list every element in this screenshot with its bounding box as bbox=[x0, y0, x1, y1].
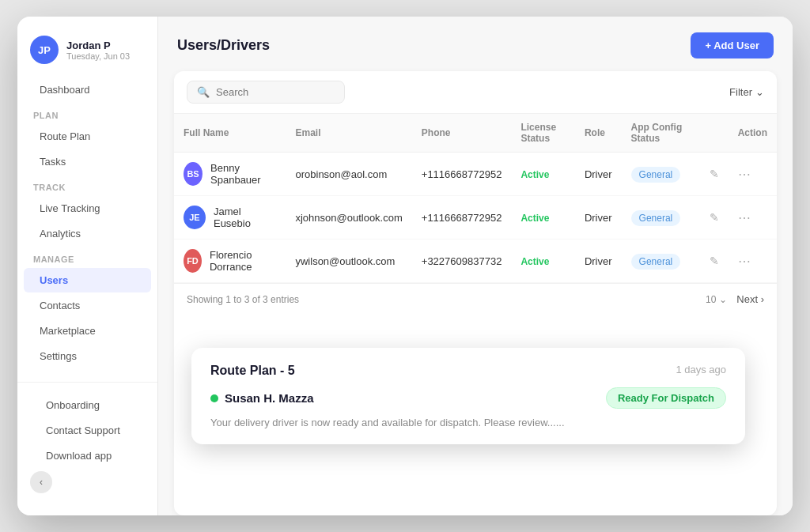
cell-edit[interactable]: ✎ bbox=[700, 153, 729, 196]
notif-title: Route Plan - 5 bbox=[210, 364, 295, 378]
dispatch-status-badge: Ready For Dispatch bbox=[606, 387, 726, 409]
cell-phone: +1116668772952 bbox=[412, 196, 512, 240]
table-row: FD Florencio Dorrance ywilson@outlook.co… bbox=[174, 240, 777, 283]
cell-email: orobinson@aol.com bbox=[286, 153, 411, 196]
sidebar: JP Jordan P Tuesday, Jun 03 Dashboard Pl… bbox=[17, 17, 158, 515]
sidebar-item-onboarding[interactable]: Onboarding bbox=[30, 393, 145, 417]
per-page-select[interactable]: 10 ⌄ bbox=[706, 294, 727, 305]
main-header: Users/Drivers + Add User bbox=[158, 17, 793, 71]
cell-phone: +3227609837732 bbox=[412, 240, 512, 283]
sidebar-collapse-button[interactable]: ‹ bbox=[30, 471, 52, 493]
edit-icon[interactable]: ✎ bbox=[710, 255, 719, 267]
notification-popup: Route Plan - 5 1 days ago Susan H. Mazza… bbox=[191, 348, 745, 444]
sidebar-item-analytics[interactable]: Analytics bbox=[24, 221, 151, 246]
online-status-icon bbox=[210, 394, 218, 402]
cell-email: ywilson@outlook.com bbox=[286, 240, 411, 283]
app-window: JP Jordan P Tuesday, Jun 03 Dashboard Pl… bbox=[17, 17, 793, 515]
edit-icon[interactable]: ✎ bbox=[710, 168, 719, 180]
sidebar-item-download-app[interactable]: Download app bbox=[30, 443, 145, 468]
sidebar-item-settings[interactable]: Settings bbox=[24, 344, 151, 368]
users-table: Full Name Email Phone License Status Rol… bbox=[174, 114, 777, 283]
filter-label: Filter bbox=[729, 86, 752, 98]
cell-license-status: Active bbox=[511, 153, 575, 196]
notif-driver-name: Susan H. Mazza bbox=[225, 391, 314, 405]
cell-license-status: Active bbox=[511, 240, 575, 283]
nav-section-plan: Plan bbox=[17, 103, 157, 123]
col-action: Action bbox=[729, 114, 777, 153]
col-license: License Status bbox=[511, 114, 575, 153]
table-container: 🔍 Filter ⌄ Full Name Email Phone License… bbox=[174, 71, 777, 515]
notif-header: Route Plan - 5 1 days ago bbox=[210, 364, 726, 378]
user-name: Jordan P bbox=[66, 40, 130, 51]
cell-action[interactable]: ⋯ bbox=[729, 240, 777, 283]
next-button[interactable]: Next › bbox=[736, 293, 764, 305]
cell-edit[interactable]: ✎ bbox=[700, 196, 729, 240]
pagination-controls: 10 ⌄ Next › bbox=[706, 293, 764, 305]
table-footer: Showing 1 to 3 of 3 entries 10 ⌄ Next › bbox=[174, 283, 777, 315]
nav-section-manage: Manage bbox=[17, 247, 157, 267]
edit-icon[interactable]: ✎ bbox=[710, 211, 719, 224]
notif-driver: Susan H. Mazza bbox=[210, 391, 314, 405]
row-avatar: BS bbox=[184, 162, 202, 186]
user-date: Tuesday, Jun 03 bbox=[66, 51, 130, 61]
cell-app-config: General bbox=[622, 153, 700, 196]
nav-section-track: Track bbox=[17, 175, 157, 195]
notif-driver-row: Susan H. Mazza Ready For Dispatch bbox=[210, 387, 726, 409]
cell-app-config: General bbox=[622, 240, 700, 283]
search-input[interactable] bbox=[216, 86, 335, 98]
showing-entries: Showing 1 to 3 of 3 entries bbox=[187, 294, 299, 305]
more-options-icon[interactable]: ⋯ bbox=[738, 255, 751, 268]
sidebar-bottom: Onboarding Contact Support Download app … bbox=[17, 382, 157, 503]
sidebar-item-dashboard[interactable]: Dashboard bbox=[24, 77, 151, 102]
search-icon: 🔍 bbox=[197, 86, 210, 98]
more-options-icon[interactable]: ⋯ bbox=[738, 211, 751, 224]
more-options-icon[interactable]: ⋯ bbox=[738, 168, 751, 181]
cell-action[interactable]: ⋯ bbox=[729, 153, 777, 196]
table-row: JE Jamel Eusebio xjohnson@outlook.com +1… bbox=[174, 196, 777, 240]
col-phone: Phone bbox=[412, 114, 512, 153]
col-fullname: Full Name bbox=[174, 114, 286, 153]
sidebar-item-tasks[interactable]: Tasks bbox=[24, 149, 151, 174]
col-spacer bbox=[700, 114, 729, 153]
cell-app-config: General bbox=[622, 196, 700, 240]
sidebar-item-users[interactable]: Users bbox=[24, 268, 151, 292]
col-email: Email bbox=[286, 114, 411, 153]
cell-phone: +1116668772952 bbox=[412, 153, 512, 196]
row-fullname: Benny Spanbauer bbox=[210, 162, 276, 186]
cell-role: Driver bbox=[575, 240, 622, 283]
row-fullname: Florencio Dorrance bbox=[210, 249, 277, 273]
table-toolbar: 🔍 Filter ⌄ bbox=[174, 71, 777, 114]
sidebar-nav: Dashboard Plan Route Plan Tasks Track Li… bbox=[17, 77, 157, 382]
avatar: JP bbox=[30, 36, 59, 64]
cell-name: JE Jamel Eusebio bbox=[174, 196, 286, 240]
cell-role: Driver bbox=[575, 153, 622, 196]
add-user-button[interactable]: + Add User bbox=[691, 32, 774, 58]
col-appconfig: App Config Status bbox=[622, 114, 700, 153]
col-role: Role bbox=[575, 114, 622, 153]
table-row: BS Benny Spanbauer orobinson@aol.com +11… bbox=[174, 153, 777, 196]
sidebar-item-contact-support[interactable]: Contact Support bbox=[30, 418, 145, 443]
sidebar-item-route-plan[interactable]: Route Plan bbox=[24, 124, 151, 149]
row-fullname: Jamel Eusebio bbox=[214, 206, 277, 229]
cell-name: FD Florencio Dorrance bbox=[174, 240, 286, 283]
cell-edit[interactable]: ✎ bbox=[700, 240, 729, 283]
row-avatar: JE bbox=[184, 206, 206, 229]
cell-email: xjohnson@outlook.com bbox=[286, 196, 411, 240]
per-page-value: 10 bbox=[706, 294, 716, 305]
sidebar-item-contacts[interactable]: Contacts bbox=[24, 293, 151, 318]
cell-name: BS Benny Spanbauer bbox=[174, 153, 286, 196]
row-avatar: FD bbox=[184, 249, 202, 273]
cell-role: Driver bbox=[575, 196, 622, 240]
per-page-chevron-icon: ⌄ bbox=[719, 294, 727, 305]
notif-time: 1 days ago bbox=[676, 364, 726, 375]
page-title: Users/Drivers bbox=[177, 37, 270, 54]
search-box[interactable]: 🔍 bbox=[187, 81, 345, 104]
chevron-down-icon: ⌄ bbox=[755, 86, 764, 98]
filter-button[interactable]: Filter ⌄ bbox=[729, 86, 764, 98]
notif-body: Your delivery driver is now ready and av… bbox=[210, 417, 726, 428]
sidebar-user: JP Jordan P Tuesday, Jun 03 bbox=[17, 29, 157, 77]
cell-license-status: Active bbox=[511, 196, 575, 240]
sidebar-item-marketplace[interactable]: Marketplace bbox=[24, 319, 151, 343]
cell-action[interactable]: ⋯ bbox=[729, 196, 777, 240]
sidebar-item-live-tracking[interactable]: Live Tracking bbox=[24, 196, 151, 221]
